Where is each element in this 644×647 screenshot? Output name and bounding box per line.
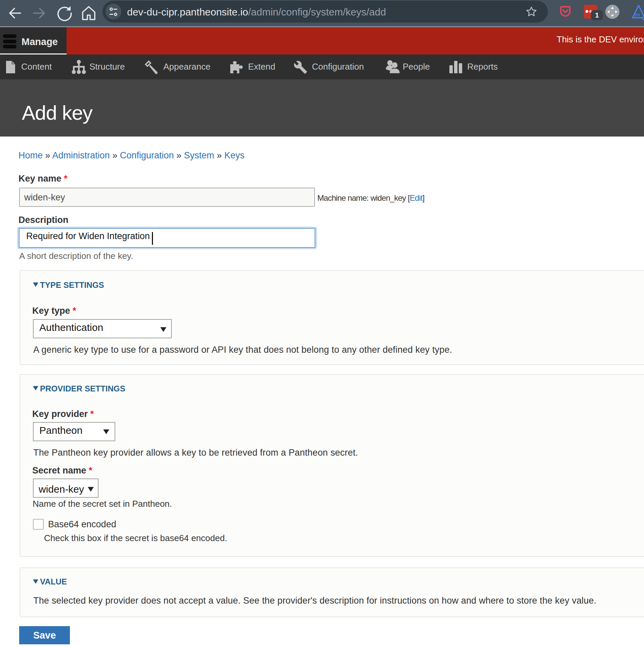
svg-text:ax: ax (635, 12, 640, 17)
